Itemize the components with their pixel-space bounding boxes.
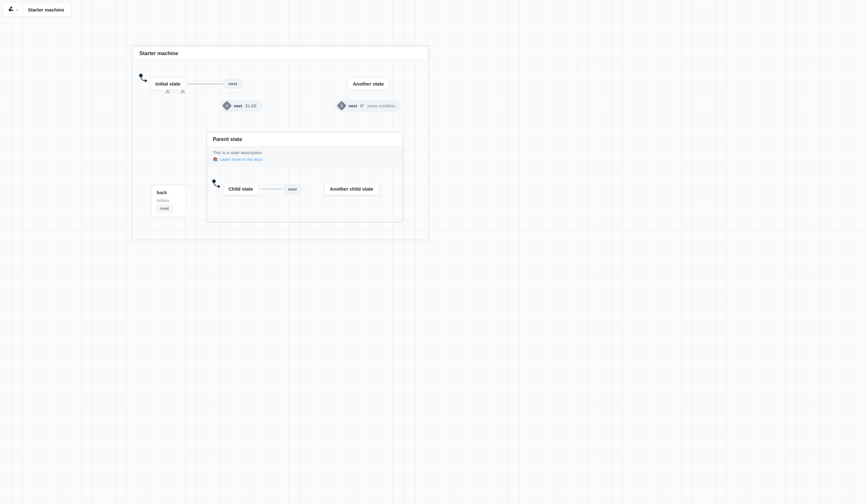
machine-container[interactable]: Starter machine <box>131 45 430 240</box>
guard-keyword: ELSE <box>245 103 257 108</box>
parent-state-description-block: This is a state description. 📚 Learn mor… <box>207 146 402 167</box>
event-label: next <box>229 81 237 86</box>
event-label: back <box>157 190 180 195</box>
state-another[interactable]: Another state <box>347 78 389 90</box>
toolbar: ▾ Starter machine <box>2 2 71 16</box>
state-child[interactable]: Child state <box>223 183 259 195</box>
state-another-child[interactable]: Another child state <box>324 183 379 195</box>
svg-rect-1 <box>8 8 12 12</box>
diagram-canvas[interactable]: Starter machine <box>0 0 866 504</box>
guard-diamond-icon: 1 <box>336 101 346 111</box>
transition-next[interactable]: next <box>223 79 243 88</box>
guard-diamond-icon: 2 <box>222 101 232 111</box>
svg-rect-2 <box>11 9 13 11</box>
app-logo-menu[interactable]: ▾ <box>3 3 23 16</box>
book-icon: 📚 <box>213 157 218 162</box>
parent-state-description: This is a state description. <box>213 150 397 155</box>
state-parent[interactable]: Parent state This is a state description… <box>207 132 403 222</box>
stately-logo-icon <box>7 6 14 13</box>
guard-condition: some condition <box>367 103 395 108</box>
state-initial[interactable]: Initial state <box>150 78 186 90</box>
action-tag[interactable]: reset <box>157 205 173 212</box>
transition-child-next[interactable]: next <box>283 184 302 194</box>
machine-title[interactable]: Starter machine <box>133 47 428 60</box>
transition-guard-2[interactable]: 2 next ELSE <box>221 100 262 112</box>
state-label: Initial state <box>155 81 180 87</box>
toolbar-machine-title[interactable]: Starter machine <box>23 7 71 12</box>
docs-link[interactable]: Learn more in the docs <box>220 157 263 162</box>
state-label: Another child state <box>330 186 374 192</box>
parent-state-body[interactable]: Child state next Another child state <box>207 167 402 222</box>
chevron-down-icon: ▾ <box>16 8 18 12</box>
transition-guard-1[interactable]: 1 next IF some condition <box>336 100 401 112</box>
svg-rect-0 <box>10 7 12 9</box>
transition-back-card[interactable]: back Actions reset <box>151 185 186 217</box>
event-label: next <box>348 103 357 108</box>
actions-heading: Actions <box>157 198 180 203</box>
event-label: next <box>234 103 242 108</box>
state-label: Another state <box>353 81 384 87</box>
initial-state-marker <box>212 179 221 188</box>
parent-state-title[interactable]: Parent state <box>207 133 402 146</box>
initial-state-marker <box>139 74 147 83</box>
event-label: next <box>288 187 297 192</box>
guard-keyword: IF <box>360 103 364 108</box>
state-label: Child state <box>229 186 253 192</box>
